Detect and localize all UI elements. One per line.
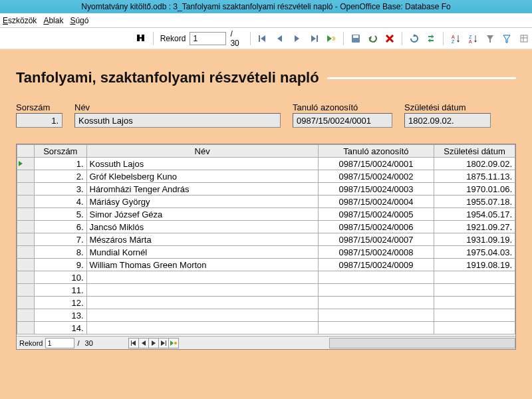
cell-tan[interactable]: 0987/15/0024/0009: [318, 259, 434, 271]
row-selector[interactable]: [17, 297, 35, 309]
cell-sorszam[interactable]: 3.: [35, 183, 86, 196]
cell-tan[interactable]: [318, 284, 434, 297]
cell-szul[interactable]: 1931.09.19.: [434, 233, 515, 246]
row-selector[interactable]: [17, 309, 35, 322]
cell-tan[interactable]: [318, 271, 434, 284]
table-row[interactable]: 12.: [17, 297, 515, 309]
cell-sorszam[interactable]: 1.: [35, 158, 86, 170]
table-row[interactable]: 8.Mundial Kornél0987/15/0024/00081975.04…: [17, 246, 515, 259]
table-row[interactable]: 13.: [17, 309, 515, 322]
new-record-icon[interactable]: [323, 31, 339, 47]
cell-sorszam[interactable]: 12.: [35, 297, 86, 309]
grid-header-szul[interactable]: Születési dátum: [434, 145, 515, 158]
prev-record-icon[interactable]: [272, 31, 288, 47]
table-row[interactable]: 2.Gróf Klebelsberg Kuno0987/15/0024/0002…: [17, 170, 515, 183]
cell-nev[interactable]: Simor József Géza: [86, 208, 318, 221]
last-record-icon[interactable]: [306, 31, 322, 47]
row-selector[interactable]: [17, 233, 35, 246]
cell-tan[interactable]: 0987/15/0024/0002: [318, 170, 434, 183]
cell-tan[interactable]: 0987/15/0024/0008: [318, 246, 434, 259]
cell-tan[interactable]: [318, 309, 434, 322]
cell-sorszam[interactable]: 11.: [35, 284, 86, 297]
table-row[interactable]: 10.: [17, 271, 515, 284]
grid-nav-input[interactable]: [45, 338, 74, 348]
row-selector[interactable]: [17, 221, 35, 233]
table-row[interactable]: 5.Simor József Géza0987/15/0024/00051954…: [17, 208, 515, 221]
cell-szul[interactable]: [434, 271, 515, 284]
cell-nev[interactable]: Máriásy György: [86, 196, 318, 208]
sort-desc-icon[interactable]: ZA: [465, 31, 481, 47]
table-row[interactable]: 14.: [17, 322, 515, 334]
cell-szul[interactable]: 1802.09.02.: [434, 158, 515, 170]
delete-record-icon[interactable]: [382, 31, 398, 47]
grid-first-icon[interactable]: [128, 338, 139, 348]
cell-szul[interactable]: 1875.11.13.: [434, 170, 515, 183]
cell-tan[interactable]: 0987/15/0024/0005: [318, 208, 434, 221]
cell-sorszam[interactable]: 6.: [35, 221, 86, 233]
cell-tan[interactable]: 0987/15/0024/0003: [318, 183, 434, 196]
grid-last-icon[interactable]: [158, 338, 169, 348]
row-selector[interactable]: [17, 196, 35, 208]
cell-tan[interactable]: 0987/15/0024/0001: [318, 158, 434, 170]
cell-sorszam[interactable]: 4.: [35, 196, 86, 208]
cell-szul[interactable]: [434, 297, 515, 309]
cell-szul[interactable]: 1954.05.17.: [434, 208, 515, 221]
menu-window[interactable]: Ablak: [43, 16, 63, 25]
cell-nev[interactable]: [86, 322, 318, 334]
table-row[interactable]: 3.Háromházi Tenger András0987/15/0024/00…: [17, 183, 515, 196]
szul-input[interactable]: [404, 113, 491, 128]
cell-nev[interactable]: Mészáros Márta: [86, 233, 318, 246]
refresh-arrows-icon[interactable]: [424, 31, 440, 47]
row-selector[interactable]: [17, 259, 35, 271]
cell-sorszam[interactable]: 8.: [35, 246, 86, 259]
cell-szul[interactable]: 1921.09.27.: [434, 221, 515, 233]
grid-hscroll[interactable]: [329, 338, 515, 348]
table-row[interactable]: 1.Kossuth Lajos0987/15/0024/00011802.09.…: [17, 158, 515, 170]
autofilter-icon[interactable]: [482, 31, 498, 47]
grid-header-tan[interactable]: Tanuló azonosító: [318, 145, 434, 158]
row-selector[interactable]: [17, 208, 35, 221]
table-row[interactable]: 7.Mészáros Márta0987/15/0024/00071931.09…: [17, 233, 515, 246]
cell-nev[interactable]: Gróf Klebelsberg Kuno: [86, 170, 318, 183]
cell-szul[interactable]: 1919.08.19.: [434, 259, 515, 271]
row-selector[interactable]: [17, 322, 35, 334]
cell-sorszam[interactable]: 9.: [35, 259, 86, 271]
cell-sorszam[interactable]: 13.: [35, 309, 86, 322]
cell-tan[interactable]: [318, 297, 434, 309]
cell-nev[interactable]: William Thomas Green Morton: [86, 259, 318, 271]
sorszam-input[interactable]: [16, 113, 63, 128]
cell-nev[interactable]: Háromházi Tenger András: [86, 183, 318, 196]
grid-next-icon[interactable]: [148, 338, 159, 348]
cell-szul[interactable]: [434, 284, 515, 297]
cell-sorszam[interactable]: 5.: [35, 208, 86, 221]
cell-szul[interactable]: 1970.01.06.: [434, 183, 515, 196]
menu-help[interactable]: Súgó: [70, 16, 88, 25]
sort-icon[interactable]: [516, 31, 532, 47]
grid-header-sorszam[interactable]: Sorszám: [35, 145, 86, 158]
first-record-icon[interactable]: [255, 31, 271, 47]
save-record-icon[interactable]: [348, 31, 364, 47]
undo-icon[interactable]: [364, 31, 380, 47]
table-row[interactable]: 9.William Thomas Green Morton0987/15/002…: [17, 259, 515, 271]
next-record-icon[interactable]: [289, 31, 305, 47]
cell-tan[interactable]: 0987/15/0024/0006: [318, 221, 434, 233]
cell-tan[interactable]: 0987/15/0024/0007: [318, 233, 434, 246]
row-selector[interactable]: [17, 284, 35, 297]
grid-header-nev[interactable]: Név: [86, 145, 318, 158]
cell-sorszam[interactable]: 7.: [35, 233, 86, 246]
cell-nev[interactable]: [86, 309, 318, 322]
cell-nev[interactable]: [86, 284, 318, 297]
table-row[interactable]: 6.Jancsó Miklós0987/15/0024/00061921.09.…: [17, 221, 515, 233]
grid-scroll[interactable]: Sorszám Név Tanuló azonosító Születési d…: [17, 144, 515, 336]
row-selector[interactable]: [17, 170, 35, 183]
cell-sorszam[interactable]: 14.: [35, 322, 86, 334]
tanulo-input[interactable]: [293, 113, 392, 128]
cell-szul[interactable]: [434, 322, 515, 334]
cell-sorszam[interactable]: 10.: [35, 271, 86, 284]
grid-new-icon[interactable]: [168, 338, 179, 348]
cell-sorszam[interactable]: 2.: [35, 170, 86, 183]
cell-szul[interactable]: [434, 309, 515, 322]
cell-nev[interactable]: [86, 271, 318, 284]
cell-nev[interactable]: Kossuth Lajos: [86, 158, 318, 170]
row-selector[interactable]: [17, 183, 35, 196]
